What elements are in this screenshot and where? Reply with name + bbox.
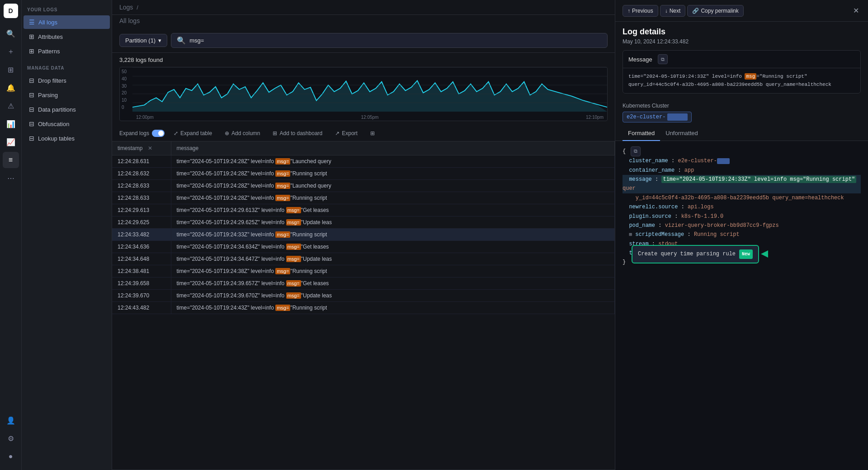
copy-message-button[interactable]: ⧉ (658, 54, 668, 64)
sidebar-item-lookup-tables[interactable]: ⊟ Lookup tables (24, 132, 110, 145)
nav-icon-more[interactable]: ⋯ (3, 170, 19, 186)
json-value-scripted-message: Running script (694, 231, 740, 238)
y-label-0: 0 (122, 105, 131, 110)
chart-y-labels: 50 40 30 20 10 0 (120, 67, 132, 112)
message-card-body: time="2024-05-10T19:24:33Z" level=info m… (623, 68, 860, 93)
down-arrow-icon: ↓ (665, 8, 668, 14)
obfuscation-icon: ⊟ (29, 120, 34, 127)
message-prefix: time="2024-05-10T19:24:33Z" level=info (628, 74, 745, 79)
sidebar-item-drop-filters[interactable]: ⊟ Drop filters (24, 74, 110, 87)
link-icon: 🔗 (692, 8, 699, 14)
nav-icon-apm[interactable]: 📈 (3, 134, 19, 150)
sidebar-item-patterns[interactable]: ⊞ Patterns (24, 44, 110, 58)
sidebar-item-data-partitions[interactable]: ⊟ Data partitions (24, 103, 110, 116)
x-label-1205: 12:05pm (361, 115, 379, 120)
chart-container: 50 40 30 20 10 0 1 (119, 67, 608, 121)
all-logs-label: All logs (38, 19, 57, 26)
export-button[interactable]: ↗ Export (331, 128, 361, 138)
cell-message: time="2024-05-10T19:24:29.613Z" level=in… (171, 204, 615, 216)
cell-timestamp: 12:24:28.632 (112, 168, 171, 180)
table-row[interactable]: 12:24:39.658time="2024-05-10T19:24:39.65… (112, 277, 615, 290)
json-content: { ⧉ cluster_name : e2e-cluster-██ contai… (615, 141, 868, 470)
add-to-dashboard-button[interactable]: ⊞ Add to dashboard (269, 128, 326, 138)
close-panel-button[interactable]: ✕ (851, 5, 861, 17)
table-row[interactable]: 12:24:43.482time="2024-05-10T19:24:43Z" … (112, 302, 615, 314)
table-row[interactable]: 12:24:29.613time="2024-05-10T19:24:29.61… (112, 204, 615, 216)
cluster-redacted: ████ (667, 113, 688, 121)
nav-icon-user[interactable]: 👤 (3, 412, 19, 428)
table-row[interactable]: 12:24:34.648time="2024-05-10T19:24:34.64… (112, 253, 615, 265)
msg-highlight: msg= (275, 158, 290, 164)
sidebar-item-attributes[interactable]: ⊞ Attributes (24, 30, 110, 43)
msg-highlight: msg= (275, 183, 290, 189)
cell-timestamp: 12:24:29.613 (112, 204, 171, 216)
tab-formatted[interactable]: Formatted (623, 126, 660, 141)
table-row[interactable]: 12:24:34.636time="2024-05-10T19:24:34.63… (112, 241, 615, 253)
add-column-button[interactable]: ⊕ Add column (221, 128, 264, 138)
toolbar: Partition (1) ▾ 🔍 (112, 28, 615, 53)
message-card: Message ⧉ time="2024-05-10T19:24:33Z" le… (623, 50, 861, 94)
logs-found-count: 3,228 logs found (119, 56, 163, 63)
add-dashboard-icon: ⊞ (273, 130, 277, 136)
cell-timestamp: 12:24:34.636 (112, 241, 171, 253)
partition-label: Partition (1) (125, 37, 156, 44)
json-line-container: container_name : app (623, 166, 861, 175)
log-table-body: 12:24:28.631time="2024-05-10T19:24:28Z" … (112, 155, 615, 314)
stats-bar: 3,228 logs found (112, 53, 615, 67)
nav-icon-errors[interactable]: ⚠ (3, 98, 19, 114)
msg-highlight: msg= (275, 195, 290, 201)
partition-button[interactable]: Partition (1) ▾ (119, 34, 167, 47)
copy-json-button[interactable]: ⧉ (631, 146, 641, 156)
copy-permalink-button[interactable]: 🔗 Copy permalink (687, 5, 743, 17)
nav-icon-theme[interactable]: ● (3, 448, 19, 465)
expand-logs-toggle-switch[interactable] (152, 130, 165, 137)
table-row[interactable]: 12:24:29.625time="2024-05-10T19:24:29.62… (112, 216, 615, 229)
sidebar-item-all-logs[interactable]: ☰ All logs (24, 15, 110, 29)
table-row[interactable]: 12:24:33.482time="2024-05-10T19:24:33Z" … (112, 229, 615, 241)
nav-icon-search[interactable]: 🔍 (3, 25, 19, 42)
previous-button[interactable]: ↑ Previous (623, 5, 658, 17)
nav-icon-dashboard[interactable]: 📊 (3, 116, 19, 132)
svg-marker-6 (761, 250, 768, 258)
sidebar-item-parsing[interactable]: ⊟ Parsing (24, 88, 110, 102)
json-key-pod-name: pod_name (629, 222, 655, 229)
json-line-plugin: plugin.source : k8s-fb-1.19.0 (623, 212, 861, 221)
message-card-header: Message ⧉ (623, 51, 860, 68)
breadcrumb-separator: / (137, 4, 138, 11)
more-options-button[interactable]: ⊞ (367, 128, 378, 138)
json-key-message: message (629, 176, 651, 183)
expand-table-icon: ⤢ (174, 130, 178, 136)
sidebar-item-obfuscation[interactable]: ⊟ Obfuscation (24, 117, 110, 131)
table-row[interactable]: 12:24:38.481time="2024-05-10T19:24:38Z" … (112, 265, 615, 277)
json-colon-2: : (678, 167, 684, 174)
expand-table-button[interactable]: ⤢ Expand table (170, 128, 216, 138)
cell-message: time="2024-05-10T19:24:34.647Z" level=in… (171, 253, 615, 265)
table-row[interactable]: 12:24:28.633time="2024-05-10T19:24:28Z" … (112, 192, 615, 204)
table-row[interactable]: 12:24:28.631time="2024-05-10T19:24:28Z" … (112, 155, 615, 168)
nav-icon-logs[interactable]: ≡ (3, 152, 19, 168)
search-icon: 🔍 (177, 36, 186, 45)
tab-unformatted[interactable]: Unformatted (660, 126, 703, 141)
cell-message: time="2024-05-10T19:24:43Z" level=info m… (171, 302, 615, 314)
msg-highlight: msg= (275, 170, 290, 177)
next-button[interactable]: ↓ Next (660, 5, 686, 17)
cell-timestamp: 12:24:34.648 (112, 253, 171, 265)
nav-icon-grid[interactable]: ⊞ (3, 61, 19, 78)
message-label: Message (628, 56, 652, 63)
th-timestamp-close[interactable]: ✕ (148, 145, 152, 151)
cell-message: time="2024-05-10T19:24:28Z" level=info m… (171, 168, 615, 180)
right-panel-header: ↑ Previous ↓ Next 🔗 Copy permalink ✕ (615, 0, 868, 22)
json-line-newrelic: newrelic.source : api.logs (623, 202, 861, 212)
nav-icon-settings[interactable]: ⚙ (3, 430, 19, 446)
nav-icon-alerts[interactable]: 🔔 (3, 80, 19, 96)
lookup-tables-label: Lookup tables (38, 135, 75, 142)
table-row[interactable]: 12:24:39.670time="2024-05-10T19:24:39.67… (112, 290, 615, 302)
y-label-20: 20 (122, 90, 131, 95)
nav-icon-plus[interactable]: ＋ (3, 43, 19, 60)
msg-highlight: msg= (275, 231, 290, 238)
action-row: Expand logs ⤢ Expand table ⊕ Add column … (112, 126, 615, 141)
panel-title: Log details (615, 22, 868, 38)
search-input[interactable] (189, 37, 602, 44)
table-row[interactable]: 12:24:28.633time="2024-05-10T19:24:28Z" … (112, 180, 615, 192)
table-row[interactable]: 12:24:28.632time="2024-05-10T19:24:28Z" … (112, 168, 615, 180)
